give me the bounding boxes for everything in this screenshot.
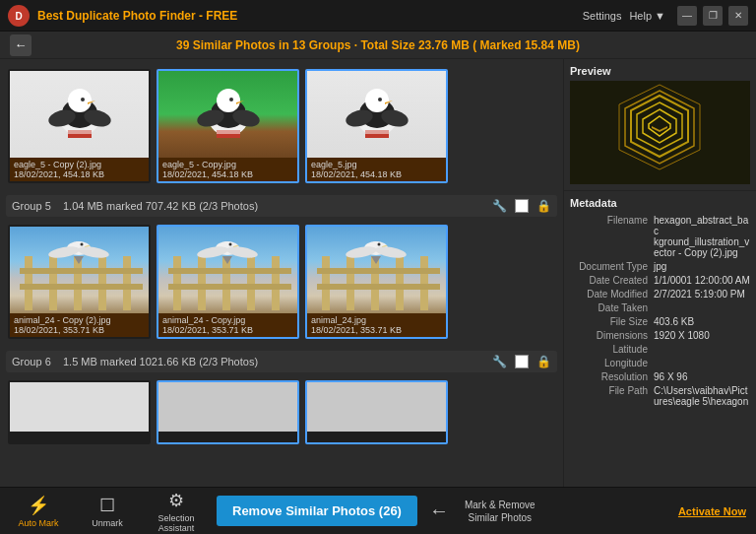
group5-header: Group 5 1.04 MB marked 707.42 KB (2/3 Ph… (6, 195, 557, 217)
meta-key: File Path (570, 385, 654, 407)
preview-title: Preview (570, 65, 750, 77)
photo-name: eagle_5.jpg (311, 160, 442, 169)
meta-key: Resolution (570, 371, 654, 382)
svg-point-53 (229, 243, 232, 246)
meta-val (654, 302, 750, 313)
svg-rect-59 (371, 256, 379, 310)
unmark-button[interactable]: ☐ Unmark (79, 495, 136, 528)
svg-rect-48 (168, 268, 291, 274)
photo-meta: 18/02/2021, 353.71 KB (14, 325, 145, 335)
photo-card[interactable]: ✓ (157, 69, 299, 183)
group5-label: Group 5 1.04 MB marked 707.42 KB (2/3 Ph… (12, 200, 486, 212)
activate-now-button[interactable]: Activate Now (678, 505, 746, 517)
meta-row-filename: Filename hexagon_abstract_bac kground_il… (570, 215, 750, 258)
svg-rect-62 (317, 268, 440, 274)
unmark-label: Unmark (92, 518, 123, 528)
svg-point-4 (68, 89, 92, 112)
svg-text:D: D (15, 11, 22, 22)
preview-image (570, 81, 750, 184)
photo-card[interactable]: ✓ (305, 225, 448, 339)
meta-row-latitude: Latitude (570, 344, 750, 355)
remove-similar-button[interactable]: Remove Similar Photos (26) (217, 496, 417, 526)
svg-point-6 (81, 98, 85, 101)
photo-label: animal_24 - Copy (2).jpg 18/02/2021, 353… (10, 313, 149, 337)
title-bar: D Best Duplicate Photo Finder - FREE Set… (0, 0, 756, 32)
window-controls: — ❐ ✕ (677, 6, 748, 26)
meta-val (654, 358, 750, 368)
unmark-icon: ☐ (99, 495, 115, 516)
group6-icons: 🔧 🔒 (492, 355, 551, 368)
svg-rect-33 (123, 256, 131, 310)
photo-image (10, 71, 149, 158)
photo-name: animal_24.jpg (311, 315, 442, 325)
svg-rect-44 (198, 254, 206, 310)
minimize-button[interactable]: — (677, 6, 697, 26)
meta-key: Date Created (570, 275, 654, 286)
close-button[interactable]: ✕ (728, 6, 748, 26)
wrench-icon[interactable]: 🔧 (492, 199, 507, 213)
svg-rect-58 (346, 254, 354, 310)
settings-button[interactable]: Settings (583, 10, 622, 22)
bottom-bar: ⚡ Auto Mark ☐ Unmark ⚙ Selection Assista… (0, 487, 756, 534)
group6-label: Group 6 1.5 MB marked 1021.66 KB (2/3 Ph… (12, 356, 486, 367)
meta-val: 2/7/2021 5:19:00 PM (654, 289, 750, 300)
auto-mark-button[interactable]: ⚡ Auto Mark (10, 495, 67, 528)
svg-point-15 (229, 98, 233, 101)
meta-row-doctype: Document Type jpg (570, 261, 750, 272)
svg-rect-43 (173, 256, 181, 310)
svg-rect-63 (317, 284, 440, 290)
meta-row-taken: Date Taken (570, 302, 750, 313)
meta-key: Dimensions (570, 330, 654, 341)
maximize-button[interactable]: ❐ (703, 6, 723, 26)
photo-image (307, 382, 446, 432)
svg-point-67 (378, 243, 381, 246)
svg-rect-32 (98, 254, 106, 310)
auto-mark-icon: ⚡ (28, 495, 49, 516)
lock-icon[interactable]: 🔒 (536, 199, 551, 213)
meta-row-filepath: File Path C:\Users\vaibhav\Pict ures\eag… (570, 385, 750, 407)
photo-card[interactable]: ✓ (157, 225, 299, 339)
svg-rect-30 (49, 254, 57, 310)
photo-name: animal_24 - Copy (2).jpg (14, 315, 145, 325)
photo-card[interactable]: ✓ (157, 380, 299, 444)
app-logo: D (8, 5, 30, 27)
nav-buttons: Settings Help ▼ (583, 10, 665, 22)
back-button[interactable]: ← (10, 34, 32, 56)
auto-mark-label: Auto Mark (18, 518, 58, 528)
photo-card[interactable]: eagle_5 - Copy (2).jpg 18/02/2021, 454.1… (8, 69, 151, 183)
meta-key: Document Type (570, 261, 654, 272)
meta-key: Latitude (570, 344, 654, 355)
photo-name: eagle_5 - Copy (2).jpg (14, 160, 145, 169)
photo-card[interactable] (8, 380, 151, 444)
svg-point-24 (378, 98, 382, 101)
svg-point-13 (217, 89, 240, 112)
svg-rect-57 (322, 256, 330, 310)
photo-meta: 18/02/2021, 353.71 KB (311, 325, 442, 335)
meta-val: 1/1/0001 12:00:00 AM (654, 275, 750, 286)
photo-name: animal_24 - Copy.jpg (162, 315, 293, 325)
app-name-text: Best Duplicate Photo Finder - (37, 9, 206, 23)
meta-row-filesize: File Size 403.6 KB (570, 316, 750, 327)
meta-val (654, 344, 750, 355)
svg-point-39 (81, 243, 84, 246)
photo-meta: 18/02/2021, 454.18 KB (162, 169, 293, 179)
lock-icon[interactable]: 🔒 (536, 355, 551, 368)
wrench-icon[interactable]: 🔧 (492, 355, 507, 368)
svg-point-22 (365, 89, 389, 112)
left-panel: eagle_5 - Copy (2).jpg 18/02/2021, 454.1… (0, 59, 564, 487)
svg-rect-35 (20, 284, 143, 290)
help-button[interactable]: Help ▼ (629, 10, 665, 22)
meta-val: hexagon_abstract_bac kground_illustratio… (654, 215, 750, 258)
photo-label: eagle_5.jpg 18/02/2021, 454.18 KB (307, 158, 446, 181)
photo-card[interactable]: ✓ (305, 380, 448, 444)
photo-card[interactable]: ✓ (305, 69, 448, 183)
selection-assistant-button[interactable]: ⚙ Selection Assistant (148, 490, 205, 533)
selection-icon: ⚙ (168, 490, 184, 511)
photo-label: animal_24.jpg 18/02/2021, 353.71 KB (307, 313, 446, 337)
photo-card[interactable]: animal_24 - Copy (2).jpg 18/02/2021, 353… (8, 225, 151, 339)
svg-rect-10 (68, 130, 92, 134)
summary-bar: ← 39 Similar Photos in 13 Groups · Total… (0, 32, 756, 59)
group6-checkbox[interactable] (515, 355, 529, 368)
group5-checkbox[interactable] (515, 199, 529, 213)
svg-rect-46 (247, 254, 255, 310)
